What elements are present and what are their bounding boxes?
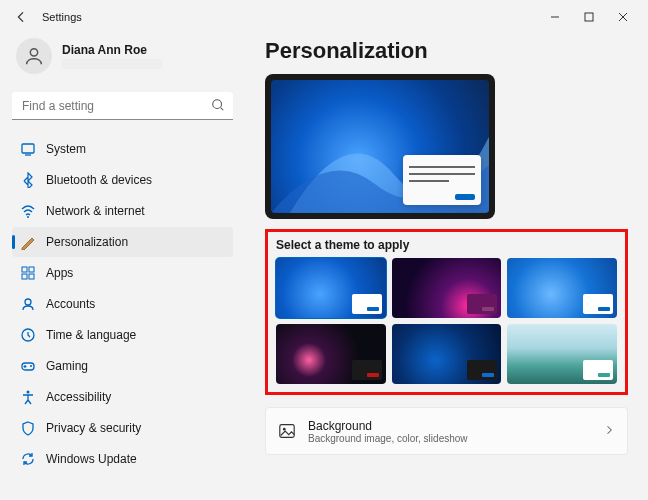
sidebar-item-apps[interactable]: Apps bbox=[12, 258, 233, 288]
bluetooth-icon bbox=[20, 172, 36, 188]
sidebar-item-label: System bbox=[46, 142, 86, 156]
theme-option[interactable] bbox=[392, 258, 502, 318]
back-button[interactable] bbox=[8, 4, 34, 30]
svg-rect-8 bbox=[22, 267, 27, 272]
chevron-right-icon bbox=[603, 424, 615, 439]
sidebar-item-label: Personalization bbox=[46, 235, 128, 249]
theme-option[interactable] bbox=[507, 258, 617, 318]
main: Personalization Select a theme to apply bbox=[245, 34, 648, 500]
svg-rect-9 bbox=[29, 267, 34, 272]
sidebar-item-label: Accessibility bbox=[46, 390, 111, 404]
sidebar-item-label: Gaming bbox=[46, 359, 88, 373]
sidebar-item-personalization[interactable]: Personalization bbox=[12, 227, 233, 257]
sidebar-item-time[interactable]: Time & language bbox=[12, 320, 233, 350]
svg-point-3 bbox=[213, 100, 222, 109]
page-title: Personalization bbox=[265, 38, 628, 64]
svg-point-16 bbox=[27, 391, 30, 394]
preview-window bbox=[403, 155, 481, 205]
system-icon bbox=[20, 141, 36, 157]
option-title: Background bbox=[308, 419, 468, 433]
svg-point-12 bbox=[25, 299, 31, 305]
sidebar-item-gaming[interactable]: Gaming bbox=[12, 351, 233, 381]
theme-option[interactable] bbox=[392, 324, 502, 384]
sidebar: Diana Ann Roe SystemBluetooth & devicesN… bbox=[0, 34, 245, 500]
search-icon bbox=[211, 98, 225, 115]
close-button[interactable] bbox=[606, 3, 640, 31]
sidebar-item-network[interactable]: Network & internet bbox=[12, 196, 233, 226]
gaming-icon bbox=[20, 358, 36, 374]
profile-email bbox=[62, 59, 162, 69]
nav: SystemBluetooth & devicesNetwork & inter… bbox=[12, 134, 233, 474]
sidebar-item-accessibility[interactable]: Accessibility bbox=[12, 382, 233, 412]
svg-rect-5 bbox=[22, 144, 34, 153]
svg-rect-11 bbox=[29, 274, 34, 279]
sidebar-item-bluetooth[interactable]: Bluetooth & devices bbox=[12, 165, 233, 195]
window-title: Settings bbox=[42, 11, 82, 23]
image-icon bbox=[278, 422, 296, 440]
time-icon bbox=[20, 327, 36, 343]
desktop-preview bbox=[265, 74, 495, 219]
search-box[interactable] bbox=[12, 92, 233, 120]
sidebar-item-label: Windows Update bbox=[46, 452, 137, 466]
option-subtitle: Background image, color, slideshow bbox=[308, 433, 468, 444]
search-input[interactable] bbox=[12, 92, 233, 120]
sidebar-item-accounts[interactable]: Accounts bbox=[12, 289, 233, 319]
sidebar-item-label: Privacy & security bbox=[46, 421, 141, 435]
network-icon bbox=[20, 203, 36, 219]
apps-icon bbox=[20, 265, 36, 281]
svg-rect-17 bbox=[280, 425, 294, 438]
sidebar-item-label: Accounts bbox=[46, 297, 95, 311]
avatar bbox=[16, 38, 52, 74]
sidebar-item-label: Apps bbox=[46, 266, 73, 280]
profile[interactable]: Diana Ann Roe bbox=[12, 34, 233, 88]
maximize-button[interactable] bbox=[572, 3, 606, 31]
theme-option[interactable] bbox=[276, 324, 386, 384]
minimize-button[interactable] bbox=[538, 3, 572, 31]
svg-rect-10 bbox=[22, 274, 27, 279]
privacy-icon bbox=[20, 420, 36, 436]
theme-option[interactable] bbox=[276, 258, 386, 318]
svg-rect-1 bbox=[585, 13, 593, 21]
svg-point-18 bbox=[283, 428, 286, 431]
svg-point-15 bbox=[30, 365, 32, 367]
sidebar-item-update[interactable]: Windows Update bbox=[12, 444, 233, 474]
accessibility-icon bbox=[20, 389, 36, 405]
theme-section: Select a theme to apply bbox=[265, 229, 628, 395]
theme-option[interactable] bbox=[507, 324, 617, 384]
svg-point-2 bbox=[30, 49, 37, 56]
sidebar-item-system[interactable]: System bbox=[12, 134, 233, 164]
sidebar-item-privacy[interactable]: Privacy & security bbox=[12, 413, 233, 443]
profile-name: Diana Ann Roe bbox=[62, 43, 162, 57]
sidebar-item-label: Bluetooth & devices bbox=[46, 173, 152, 187]
accounts-icon bbox=[20, 296, 36, 312]
update-icon bbox=[20, 451, 36, 467]
svg-point-7 bbox=[27, 216, 29, 218]
theme-section-label: Select a theme to apply bbox=[276, 238, 617, 252]
svg-line-4 bbox=[221, 108, 224, 111]
sidebar-item-label: Time & language bbox=[46, 328, 136, 342]
personalization-icon bbox=[20, 234, 36, 250]
sidebar-item-label: Network & internet bbox=[46, 204, 145, 218]
option-background[interactable]: Background Background image, color, slid… bbox=[265, 407, 628, 455]
